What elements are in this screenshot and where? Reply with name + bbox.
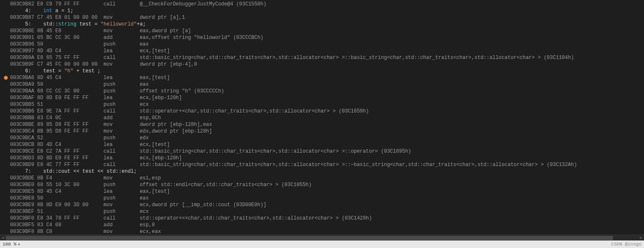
asm-line[interactable]: 003C9BA6 8D 45 C4 lea eax,[test] xyxy=(2,74,644,81)
src-token-op: = xyxy=(91,21,100,28)
disassembly-window: 003C9B82 E8 C9 79 FF FF call @__CheckFor… xyxy=(0,0,644,248)
asm-line[interactable]: 003C9B9A E8 65 75 FF FF call std::basic_… xyxy=(2,54,644,61)
asm-line[interactable]: 003C9BAF 8D 8D E0 FE FF FF lea ecx,[ebp-… xyxy=(2,95,644,101)
mnemonic: call xyxy=(103,54,139,61)
asm-line[interactable]: 003C9BBE 89 85 D8 FE FF FF mov dword ptr… xyxy=(2,121,644,128)
address: 003C9BB5 xyxy=(10,101,37,108)
src-token-ident: test xyxy=(82,68,95,74)
src-token-op: + xyxy=(73,68,82,74)
source-line-number: 5: xyxy=(10,21,43,28)
source-line-number: 7: xyxy=(10,168,43,175)
asm-line[interactable]: 003C9BF0 E8 34 78 FF FF call std::operat… xyxy=(2,215,644,222)
src-token-ident: std xyxy=(106,168,116,175)
asm-line[interactable]: 003C9BE5 8D 45 C4 lea eax,[test] xyxy=(2,188,644,195)
src-token-op: ; xyxy=(95,68,100,74)
asm-line[interactable]: 003C9BD9 E8 4C 77 FF FF call std::basic_… xyxy=(2,161,644,168)
address: 003C9BE9 xyxy=(10,202,37,208)
address: 003C9BE8 xyxy=(10,195,37,202)
opcode-bytes: 68 CC CC 3C 00 xyxy=(37,88,103,95)
address: 003C9BF8 xyxy=(10,228,37,235)
breakpoint-icon[interactable] xyxy=(4,76,8,80)
asm-line[interactable]: 003C9BE9 8B 0D E0 00 3D 00 mov ecx,dword… xyxy=(2,202,644,208)
asm-line[interactable]: 003C9B82 E8 C9 79 FF FF call @__CheckFor… xyxy=(2,1,644,8)
horizontal-scrollbar[interactable]: ◀ ▶ xyxy=(0,235,644,240)
zoom-level: 100 % xyxy=(3,242,16,247)
operand: dword ptr [a],1 xyxy=(140,14,185,21)
scroll-right-icon[interactable]: ▶ xyxy=(638,235,644,241)
asm-line[interactable]: 003C9BA9 50 push eax xyxy=(2,81,644,88)
asm-line[interactable]: 003C9BB5 51 push ecx xyxy=(2,101,644,108)
asm-line[interactable]: 003C9BF5 83 C4 08 add esp,8 xyxy=(2,222,644,228)
opcode-bytes: 89 85 D8 FE FF FF xyxy=(37,121,103,128)
mnemonic: mov xyxy=(103,28,139,34)
mnemonic: add xyxy=(103,222,139,228)
asm-line[interactable]: 003C9B97 8D 4D C4 lea ecx,[test] xyxy=(2,48,644,54)
mnemonic: call xyxy=(103,148,139,155)
asm-line[interactable]: 003C9B9F C7 45 FC 00 00 00 00 mov dword … xyxy=(2,61,644,68)
opcode-bytes: 05 BC CC 3C 00 xyxy=(37,34,103,41)
operand: std::operator+<char,std::char_traits<cha… xyxy=(140,108,369,115)
address: 003C9BE0 xyxy=(10,182,37,188)
opcode-bytes: E8 C2 7A FF FF xyxy=(37,148,103,155)
scroll-thumb[interactable] xyxy=(6,236,613,240)
address: 003C9B96 xyxy=(10,41,37,48)
mnemonic: mov xyxy=(103,228,139,235)
asm-line[interactable]: 003C9BE0 68 55 10 3C 00 push offset std:… xyxy=(2,182,644,188)
mnemonic: push xyxy=(103,101,139,108)
operand: ecx,[test] xyxy=(140,48,170,54)
mnemonic: mov xyxy=(103,202,139,208)
asm-line[interactable]: 003C9BDE 8B F4 mov esi,esp xyxy=(2,175,644,182)
operand: eax,offset string "helloworld" (03CCCBCh… xyxy=(140,34,263,41)
asm-line[interactable]: 003C9BCB 8D 4D C4 lea ecx,[test] xyxy=(2,141,644,148)
asm-line[interactable]: 003C9BE8 50 push eax xyxy=(2,195,644,202)
operand: std::basic_string<char,std::char_traits<… xyxy=(140,161,577,168)
opcode-bytes: 8B F4 xyxy=(37,175,103,182)
asm-line[interactable]: 003C9BEF 51 push ecx xyxy=(2,208,644,215)
scroll-left-icon[interactable]: ◀ xyxy=(0,235,6,241)
mnemonic: call xyxy=(103,1,139,8)
asm-line[interactable]: 003C9B91 05 BC CC 3C 00 add eax,offset s… xyxy=(2,34,644,41)
operand: edx xyxy=(140,135,149,141)
asm-line[interactable]: 003C9BCE E8 C2 7A FF FF call std::basic_… xyxy=(2,148,644,155)
asm-line[interactable]: 003C9B96 50 push eax xyxy=(2,41,644,48)
asm-line[interactable]: 003C9BF8 8B C8 mov ecx,eax xyxy=(2,228,644,235)
operand: ecx,eax xyxy=(140,228,161,235)
opcode-bytes: 51 xyxy=(37,208,103,215)
asm-line[interactable]: 003C9B8E 8B 45 E8 mov eax,dword ptr [a] xyxy=(2,28,644,34)
asm-line[interactable]: 003C9B87 C7 45 E8 01 00 00 00 mov dword … xyxy=(2,14,644,21)
status-bar: 100 % ▼ CSDN @insgo xyxy=(0,240,644,248)
address: 003C9BAA xyxy=(10,88,37,95)
opcode-bytes: 8B 0D E0 00 3D 00 xyxy=(37,202,103,208)
asm-line[interactable]: 003C9BAA 68 CC CC 3C 00 push offset stri… xyxy=(2,88,644,95)
src-token-ident: test xyxy=(82,168,95,175)
src-token-ident: test xyxy=(80,21,92,28)
gutter[interactable] xyxy=(2,76,10,80)
source-line[interactable]: 6: test = "h" + test ; xyxy=(2,68,644,74)
asm-line[interactable]: 003C9BCA 52 push edx xyxy=(2,135,644,141)
opcode-bytes: 52 xyxy=(37,135,103,141)
scroll-track[interactable] xyxy=(6,235,638,240)
source-line[interactable]: 4: int a = 1; xyxy=(2,8,644,14)
src-token-op: = xyxy=(55,68,64,74)
operand: eax,dword ptr [a] xyxy=(140,28,191,34)
asm-line[interactable]: 003C9BD3 8D 8D E0 FE FF FF lea ecx,[ebp-… xyxy=(2,155,644,161)
mnemonic: call xyxy=(103,161,139,168)
asm-line[interactable]: 003C9BB6 E8 9E 7A FF FF call std::operat… xyxy=(2,108,644,115)
zoom-control[interactable]: 100 % ▼ xyxy=(3,242,20,247)
address: 003C9BF5 xyxy=(10,222,37,228)
mnemonic: add xyxy=(103,34,139,41)
address: 003C9BCB xyxy=(10,141,37,148)
source-line-number: 6: xyxy=(10,68,43,74)
address: 003C9BEF xyxy=(10,208,37,215)
operand: std::basic_string<char,std::char_traits<… xyxy=(140,148,411,155)
source-line[interactable]: 7: std::cout << test << std::endl; xyxy=(2,168,644,175)
source-line[interactable]: 5: std::string test = "helloworld"+a; xyxy=(2,21,644,28)
chevron-down-icon[interactable]: ▼ xyxy=(18,243,20,246)
asm-line[interactable]: 003C9BC4 8B 95 D8 FE FF FF mov edx,dword… xyxy=(2,128,644,135)
operand: edx,dword ptr [ebp-128h] xyxy=(140,128,212,135)
operand: ecx,[ebp-120h] xyxy=(140,95,182,101)
src-token-op: + xyxy=(137,21,140,28)
asm-line[interactable]: 003C9BBB 83 C4 0C add esp,0Ch xyxy=(2,115,644,121)
code-listing[interactable]: 003C9B82 E8 C9 79 FF FF call @__CheckFor… xyxy=(0,0,644,235)
mnemonic: lea xyxy=(103,95,139,101)
